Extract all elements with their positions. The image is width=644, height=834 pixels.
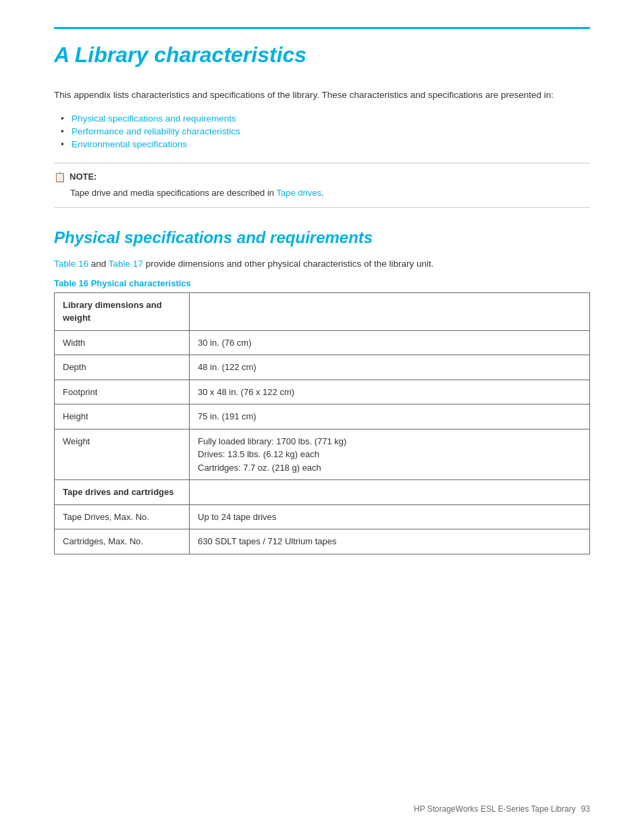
bullet-item: Performance and reliability characterist…: [61, 126, 590, 136]
table-cell-value: 30 x 48 in. (76 x 122 cm): [190, 380, 590, 405]
bullet-link[interactable]: Physical specifications and requirements: [72, 113, 236, 124]
table-cell-value: Fully loaded library: 1700 lbs. (771 kg)…: [190, 429, 590, 480]
table-row: Width30 in. (76 cm): [55, 330, 590, 355]
bullet-list: Physical specifications and requirements…: [61, 113, 590, 149]
table-cell-label: Depth: [55, 355, 190, 380]
table-section-header-value: [190, 480, 590, 505]
table-cell-value: 630 SDLT tapes / 712 Ultrium tapes: [190, 529, 590, 554]
table-section-header-value: [190, 292, 590, 330]
table-cell-value: 30 in. (76 cm): [190, 330, 590, 355]
note-icon: 📋: [54, 172, 65, 182]
note-body-prefix: Tape drive and media specifications are …: [70, 188, 276, 198]
footer-page-number: 93: [581, 804, 590, 814]
note-header-text: NOTE:: [70, 172, 97, 182]
specs-table: Library dimensions and weightWidth30 in.…: [54, 292, 590, 554]
tape-drives-link[interactable]: Tape drives: [276, 188, 321, 198]
table17-link[interactable]: Table 17: [109, 259, 143, 269]
bullet-item: Physical specifications and requirements: [61, 113, 590, 124]
footer-text: HP StorageWorks ESL E-Series Tape Librar…: [414, 804, 576, 814]
note-header: 📋 NOTE:: [54, 172, 590, 182]
note-body-suffix: .: [321, 188, 324, 198]
table-cell-value: 48 in. (122 cm): [190, 355, 590, 380]
bullet-link[interactable]: Performance and reliability characterist…: [72, 126, 240, 136]
note-body: Tape drive and media specifications are …: [54, 186, 590, 200]
table-cell-label: Cartridges, Max. No.: [55, 529, 190, 554]
table-row: Depth48 in. (122 cm): [55, 355, 590, 380]
physical-section-title: Physical specifications and requirements: [54, 228, 590, 247]
table-row: Footprint30 x 48 in. (76 x 122 cm): [55, 380, 590, 405]
page-title: A Library characteristics: [54, 43, 590, 68]
table-cell-label: Footprint: [55, 380, 190, 405]
footer: HP StorageWorks ESL E-Series Tape Librar…: [414, 804, 590, 814]
table-caption: Table 16 Physical characteristics: [54, 278, 590, 288]
table-section-header: Library dimensions and weight: [55, 292, 190, 330]
table-cell-value: Up to 24 tape drives: [190, 504, 590, 529]
intro-text: This appendix lists characteristics and …: [54, 88, 590, 103]
table-row: Library dimensions and weight: [55, 292, 590, 330]
table-row: Tape drives and cartridges: [55, 480, 590, 505]
table16-link[interactable]: Table 16: [54, 259, 88, 269]
bullet-link[interactable]: Environmental specifications: [72, 139, 187, 149]
table-section-header: Tape drives and cartridges: [55, 480, 190, 505]
table-cell-label: Tape Drives, Max. No.: [55, 504, 190, 529]
table-row: Cartridges, Max. No.630 SDLT tapes / 712…: [55, 529, 590, 554]
table-row: WeightFully loaded library: 1700 lbs. (7…: [55, 429, 590, 480]
note-box: 📋 NOTE: Tape drive and media specificati…: [54, 163, 590, 209]
table-cell-label: Height: [55, 405, 190, 429]
table-row: Height75 in. (191 cm): [55, 405, 590, 429]
table-cell-value: 75 in. (191 cm): [190, 405, 590, 429]
table-cell-label: Width: [55, 330, 190, 355]
table-cell-label: Weight: [55, 429, 190, 480]
table-row: Tape Drives, Max. No.Up to 24 tape drive…: [55, 504, 590, 529]
bullet-item: Environmental specifications: [61, 139, 590, 149]
top-rule: [54, 27, 590, 29]
section-intro: Table 16 and Table 17 provide dimensions…: [54, 257, 590, 271]
